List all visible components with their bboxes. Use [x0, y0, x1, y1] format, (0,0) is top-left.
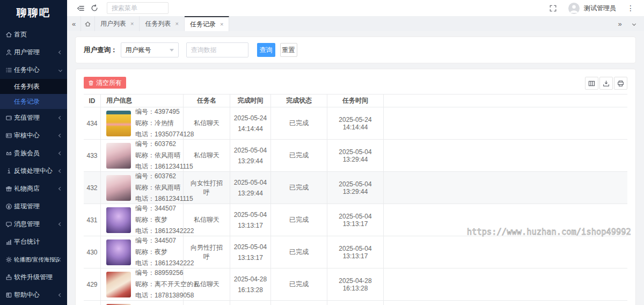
sidebar-item-task-center[interactable]: 任务中心 [0, 61, 67, 79]
tab-home-icon[interactable] [81, 16, 95, 31]
tab-label: 任务列表 [145, 19, 171, 28]
sidebar-item-banner-settings[interactable]: 轮播图/宣传海报设置 [0, 251, 67, 268]
task-name: 向男性打招呼 [184, 236, 230, 268]
wallet-icon [5, 114, 12, 121]
sidebar-item-label: 提现管理 [14, 202, 62, 211]
chevron-left-icon [58, 187, 62, 191]
tab-task-list[interactable]: 任务列表 × [140, 16, 184, 31]
chevron-left-icon [58, 169, 62, 173]
sidebar-item-feedback[interactable]: 反馈处理中心 [0, 162, 67, 180]
table-tools [585, 77, 627, 90]
clear-all-button[interactable]: 清空所有 [84, 77, 126, 89]
user-avatar-image [106, 272, 131, 297]
col-header-user-info: 用户信息 [101, 95, 184, 107]
chevron-left-icon [58, 293, 62, 297]
status: 已完成 [271, 268, 327, 300]
user-avatar-image [106, 207, 131, 233]
table-row: 431 编号：344507 昵称：夜梦 电话：18612342222 私信聊天 … [84, 204, 627, 236]
chart-icon [5, 238, 12, 245]
query-type-select[interactable]: 用户账号 [121, 42, 179, 57]
search-input[interactable] [107, 2, 169, 14]
row-id: 430 [84, 236, 101, 268]
refresh-icon[interactable] [87, 0, 101, 16]
tab-close-icon[interactable]: × [175, 20, 178, 27]
table-row: 430 编号：344507 昵称：夜梦 电话：18612342222 向男性打招… [84, 236, 627, 268]
user-info-cell: 编号：344507 昵称：夜梦 电话：18612342222 [101, 204, 184, 236]
sidebar-item-task-record[interactable]: 任务记录 [0, 94, 67, 109]
col-header-filler [384, 95, 627, 107]
message-icon [5, 221, 12, 228]
table-row: 434 编号：4397495 昵称：冷热情 电话：19350774128 私信聊… [84, 107, 627, 140]
task-name: 向女性打招呼 [184, 172, 230, 204]
tab-close-icon[interactable]: × [130, 20, 134, 27]
sidebar-item-help[interactable]: 帮助中心 [0, 286, 67, 304]
tabbar-right: » [613, 16, 644, 31]
sidebar-item-label: 任务列表 [14, 82, 40, 91]
gear-icon [5, 256, 12, 263]
user-avatar[interactable] [568, 3, 580, 14]
crown-icon [5, 150, 12, 157]
task-list-icon [5, 67, 12, 74]
query-form-card: 用户查询： 用户账号 查询 重置 [75, 37, 636, 63]
user-info-cell: 编号：4397495 昵称：冷热情 电话：19350774128 [101, 107, 184, 139]
app-logo: 聊聊吧 [0, 0, 67, 26]
sidebar-item-label: 软件升级管理 [14, 273, 62, 282]
tab-user-list[interactable]: 用户列表 × [95, 16, 140, 31]
search-button[interactable]: 查询 [257, 43, 275, 57]
sidebar-item-withdraw[interactable]: 提现管理 [0, 198, 67, 215]
chevron-left-icon [58, 116, 62, 120]
query-data-input[interactable] [186, 42, 248, 57]
sidebar-item-task-list[interactable]: 任务列表 [0, 79, 67, 94]
trash-icon [88, 80, 94, 86]
table-row: 432 编号：603762 昵称：依风雨晴 电话：18612341115 向女性… [84, 172, 627, 204]
task-name: 私信聊天 [184, 268, 230, 300]
sidebar-item-label: 任务中心 [14, 66, 59, 75]
sidebar-item-vip[interactable]: 贵族会员 [0, 144, 67, 162]
columns-filter-icon[interactable] [585, 77, 598, 90]
username[interactable]: 测试管理员 [584, 4, 616, 13]
table-toolbar: 清空所有 [84, 77, 627, 90]
status: 已完成 [271, 172, 327, 204]
chevron-left-icon [58, 151, 62, 155]
sidebar: 聊聊吧 首页 用户管理 任务中心 任务列表 任务记录 充值管理 [0, 0, 67, 305]
sidebar-item-home[interactable]: 首页 [0, 26, 67, 43]
sidebar-item-message[interactable]: 消息管理 [0, 215, 67, 233]
sidebar-item-label: 平台统计 [14, 237, 62, 246]
sidebar-item-audit[interactable]: 审核中心 [0, 127, 67, 144]
clear-all-label: 清空所有 [96, 78, 122, 88]
user-avatar-image [106, 175, 131, 201]
sidebar-item-label: 轮播图/宣传海报设置 [14, 256, 59, 264]
fullscreen-icon[interactable] [546, 0, 560, 16]
user-avatar-image [106, 239, 131, 265]
sidebar-item-label: 礼物商店 [14, 184, 59, 193]
row-id: 431 [84, 204, 101, 236]
table-card: 清空所有 ID 用户信息 [75, 69, 636, 305]
tab-label: 任务记录 [190, 20, 216, 29]
tabs-menu-icon[interactable] [627, 23, 641, 25]
more-options-icon[interactable]: ⋮ [624, 4, 638, 12]
user-info-cell: 编号：603762 昵称：依风雨晴 电话：18612341115 [101, 140, 184, 171]
sidebar-item-statistics[interactable]: 平台统计 [0, 233, 67, 251]
task-record-table: ID 用户信息 任务名 完成时间 完成状态 任务时间 434 编号：439749… [84, 94, 627, 305]
sidebar-item-gift-shop[interactable]: 礼物商店 [0, 180, 67, 198]
export-icon[interactable] [599, 77, 613, 90]
table-row: 429 编号：88959256 昵称：离不开天空的云 电话：1878138905… [84, 268, 627, 301]
sidebar-item-software-upgrade[interactable]: 软件升级管理 [0, 268, 67, 286]
tab-task-record[interactable]: 任务记录 × [185, 16, 229, 31]
tab-close-icon[interactable]: × [220, 21, 223, 27]
row-id: 432 [84, 172, 101, 204]
print-icon[interactable] [614, 77, 627, 90]
status: 已完成 [271, 107, 327, 139]
task-time: 2025-05-04 13:29:44 [327, 172, 384, 204]
finish-time: 2025-05-0413:29:44 [230, 140, 271, 171]
tabs-scroll-right-icon[interactable]: » [613, 20, 627, 28]
menu-collapse-icon[interactable] [74, 0, 87, 16]
sidebar-item-user-management[interactable]: 用户管理 [0, 43, 67, 61]
sidebar-item-label: 充值管理 [14, 113, 59, 122]
sidebar-menu: 首页 用户管理 任务中心 任务列表 任务记录 充值管理 [0, 26, 67, 304]
status [271, 301, 327, 305]
reset-button[interactable]: 重置 [280, 43, 297, 57]
row-id: 434 [84, 107, 101, 139]
sidebar-item-recharge[interactable]: 充值管理 [0, 109, 67, 127]
tabs-scroll-left-icon[interactable]: « [67, 16, 81, 31]
